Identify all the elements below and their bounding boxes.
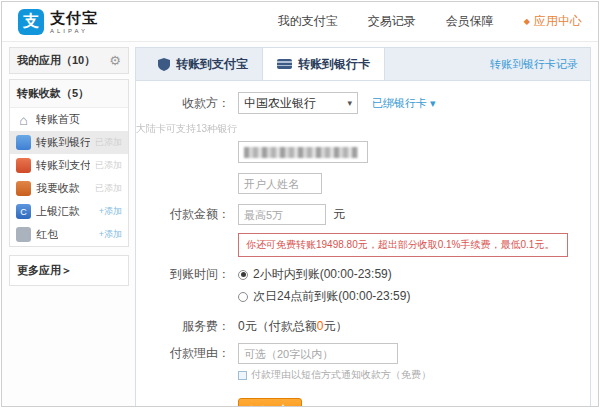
service-fee-label: 服务费： (136, 318, 238, 335)
sidebar-item-transfer-to-alipay[interactable]: 转账到支付宝 已添加 (10, 154, 128, 177)
sidebar-item-transfer-home[interactable]: ⌂ 转账首页 (10, 108, 128, 131)
nav-app-center[interactable]: ◆ 应用中心 (524, 13, 582, 30)
arrival-option-next-day[interactable]: 次日24点前到账(00:00-23:59) (238, 288, 410, 305)
sidebar-item-label: 上银汇款 (36, 204, 80, 219)
top-header: 支 支付宝 ALIPAY 我的支付宝 交易记录 会员保障 ◆ 应用中心 (2, 2, 598, 42)
more-apps-link[interactable]: 更多应用＞ (9, 255, 129, 286)
gear-icon[interactable]: ⚙ (109, 54, 121, 67)
service-fee-row: 服务费： 0元（付款总额0元） (136, 318, 590, 335)
sidebar-item-label: 转账到支付宝 (36, 158, 90, 173)
amount-row: 付款金额： 元 (136, 204, 590, 225)
bank-select[interactable]: 中国农业银行 ▾ (238, 92, 358, 114)
next-step-button[interactable]: 下一步 (238, 398, 302, 407)
sidebar-item-tag: 已添加 (95, 159, 122, 172)
holder-row (238, 173, 590, 198)
top-nav: 我的支付宝 交易记录 会员保障 ◆ 应用中心 (278, 13, 582, 30)
app-window: 支 支付宝 ALIPAY 我的支付宝 交易记录 会员保障 ◆ 应用中心 我的应用… (1, 1, 599, 407)
remit-icon: C (16, 204, 31, 219)
account-holder-input[interactable] (238, 173, 322, 194)
arrival-option-label: 次日24点前到账(00:00-23:59) (253, 288, 410, 305)
transfer-section-header: 转账收款（5） (10, 80, 128, 108)
arrival-option-2hours[interactable]: 2小时内到账(00:00-23:59) (238, 266, 410, 283)
bank-card-icon (277, 59, 292, 69)
brand-name: 支付宝 (50, 10, 98, 25)
receive-payment-icon (16, 181, 31, 196)
tab-transfer-to-bankcard[interactable]: 转账到银行卡 (262, 48, 385, 80)
card-number-input[interactable] (238, 141, 368, 163)
bankcard-icon (16, 135, 31, 150)
arrival-option-label: 2小时内到账(00:00-23:59) (253, 266, 392, 283)
bound-cards-link[interactable]: 已绑银行卡 ▾ (372, 96, 436, 111)
bank-support-hint: 大陆卡可支持13种银行 (136, 122, 590, 136)
tab-label: 转账到支付宝 (176, 56, 248, 73)
sidebar-item-label: 红包 (36, 227, 58, 242)
censored-card-number (244, 147, 358, 158)
nav-app-center-label: 应用中心 (534, 13, 582, 30)
tab-transfer-to-alipay[interactable]: 转账到支付宝 (144, 48, 262, 80)
sidebar-item-label: 我要收款 (36, 181, 80, 196)
sms-notify-label: 付款理由以短信方式通知收款方（免费） (251, 368, 431, 382)
fee-warning-box: 你还可免费转账19498.80元，超出部分收取0.1%手续费，最低0.1元。 (238, 233, 568, 257)
main-panel: 转账到支付宝 转账到银行卡 转账到银行卡记录 收款方： 中国农业银行 ▾ (135, 47, 591, 407)
shield-icon (158, 58, 170, 71)
alipay-transfer-icon (16, 158, 31, 173)
reason-label: 付款理由： (136, 345, 238, 362)
chevron-down-icon: ▾ (347, 98, 352, 108)
amount-input[interactable] (238, 204, 326, 225)
arrival-options: 2小时内到账(00:00-23:59) 次日24点前到账(00:00-23:59… (238, 266, 410, 310)
sidebar-item-label: 转账到银行卡 (36, 135, 90, 150)
arrival-time-row: 到账时间： 2小时内到账(00:00-23:59) 次日24点前到账(00:00… (136, 266, 590, 310)
transfer-apps-box: 转账收款（5） ⌂ 转账首页 转账到银行卡 已添加 转账到支付宝 已添加 (9, 79, 129, 247)
sms-notify-row: 付款理由以短信方式通知收款方（免费） (238, 368, 590, 382)
sidebar-item-red-packet[interactable]: 红包 +添加 (10, 223, 128, 246)
amount-label: 付款金额： (136, 206, 238, 223)
chevron-right-icon: ＞ (61, 264, 72, 276)
sidebar-item-tag: +添加 (99, 228, 122, 241)
bankcard-transfer-records-link[interactable]: 转账到银行卡记录 (490, 57, 590, 72)
transfer-form: 收款方： 中国农业银行 ▾ 已绑银行卡 ▾ 大陆卡可支持13种银行 (136, 81, 590, 407)
nav-my-alipay[interactable]: 我的支付宝 (278, 13, 338, 30)
arrival-time-label: 到账时间： (136, 266, 238, 283)
alipay-logo-text: 支付宝 ALIPAY (50, 10, 98, 34)
radio-selected-icon[interactable] (238, 270, 248, 280)
alipay-logo-icon: 支 (18, 9, 44, 35)
nav-member-protection[interactable]: 会员保障 (446, 13, 494, 30)
sidebar-item-label: 转账首页 (36, 112, 80, 127)
my-apps-title: 我的应用（10） (17, 53, 95, 68)
more-apps-label: 更多应用 (17, 264, 61, 276)
service-fee-value: 0元（付款总额0元） (238, 318, 347, 335)
brand-subtitle: ALIPAY (50, 28, 98, 34)
service-fee-suffix: 元） (323, 319, 347, 333)
sidebar-item-request-payment[interactable]: 我要收款 已添加 (10, 177, 128, 200)
sidebar-item-tag: 已添加 (95, 182, 122, 195)
alipay-logo[interactable]: 支 支付宝 ALIPAY (18, 9, 98, 35)
service-fee-prefix: 0元（付款总额 (238, 319, 317, 333)
sidebar-item-tag: +添加 (99, 205, 122, 218)
amount-unit: 元 (333, 206, 345, 223)
sidebar-item-tag: 已添加 (95, 136, 122, 149)
my-apps-box: 我的应用（10） ⚙ (9, 47, 129, 74)
home-icon: ⌂ (16, 112, 31, 127)
diamond-icon: ◆ (524, 18, 530, 26)
reason-row: 付款理由： (136, 343, 590, 364)
payee-row: 收款方： 中国农业银行 ▾ 已绑银行卡 ▾ (136, 92, 590, 114)
nav-transaction-records[interactable]: 交易记录 (368, 13, 416, 30)
payment-reason-input[interactable] (238, 343, 398, 364)
my-apps-header: 我的应用（10） ⚙ (10, 48, 128, 73)
sidebar-item-transfer-to-bankcard[interactable]: 转账到银行卡 已添加 (10, 131, 128, 154)
sidebar: 我的应用（10） ⚙ 转账收款（5） ⌂ 转账首页 转账到银行卡 已添加 (9, 47, 129, 407)
chevron-down-icon: ▾ (430, 97, 436, 110)
page-body: 我的应用（10） ⚙ 转账收款（5） ⌂ 转账首页 转账到银行卡 已添加 (2, 42, 598, 407)
bound-cards-label: 已绑银行卡 (372, 96, 427, 111)
radio-unselected-icon[interactable] (238, 292, 248, 302)
tab-bar: 转账到支付宝 转账到银行卡 转账到银行卡记录 (136, 48, 590, 81)
sms-notify-checkbox[interactable] (238, 371, 247, 380)
sidebar-item-bank-remit[interactable]: C 上银汇款 +添加 (10, 200, 128, 223)
tab-label: 转账到银行卡 (298, 56, 370, 73)
bank-select-value: 中国农业银行 (244, 95, 316, 112)
payee-label: 收款方： (136, 95, 238, 112)
red-packet-icon (16, 227, 31, 242)
